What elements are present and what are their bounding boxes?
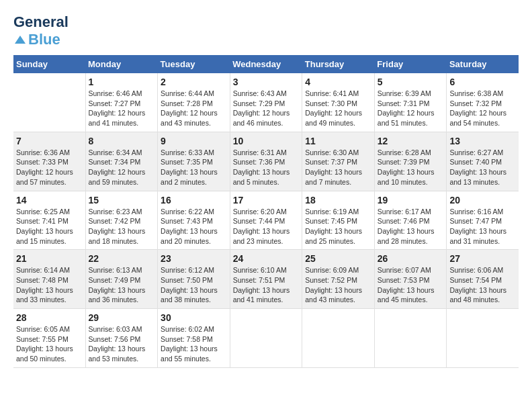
day-info: Sunrise: 6:20 AM Sunset: 7:44 PM Dayligh…: [233, 207, 300, 246]
calendar-table: SundayMondayTuesdayWednesdayThursdayFrid…: [13, 55, 519, 368]
calendar-cell: 25Sunrise: 6:09 AM Sunset: 7:52 PM Dayli…: [302, 250, 375, 309]
days-header-row: SundayMondayTuesdayWednesdayThursdayFrid…: [13, 55, 519, 73]
day-info: Sunrise: 6:07 AM Sunset: 7:53 PM Dayligh…: [378, 265, 444, 305]
day-info: Sunrise: 6:10 AM Sunset: 7:51 PM Dayligh…: [233, 265, 300, 305]
calendar-cell: 5Sunrise: 6:39 AM Sunset: 7:31 PM Daylig…: [374, 73, 447, 132]
day-number: 21: [16, 253, 83, 264]
header-monday: Monday: [85, 55, 158, 73]
week-row-3: 14Sunrise: 6:25 AM Sunset: 7:41 PM Dayli…: [13, 191, 519, 250]
day-info: Sunrise: 6:25 AM Sunset: 7:41 PM Dayligh…: [16, 207, 83, 246]
day-info: Sunrise: 6:22 AM Sunset: 7:43 PM Dayligh…: [161, 207, 227, 246]
calendar-cell: 26Sunrise: 6:07 AM Sunset: 7:53 PM Dayli…: [374, 250, 447, 309]
calendar-cell: 28Sunrise: 6:05 AM Sunset: 7:55 PM Dayli…: [13, 309, 85, 368]
day-info: Sunrise: 6:34 AM Sunset: 7:34 PM Dayligh…: [89, 148, 155, 187]
day-info: Sunrise: 6:27 AM Sunset: 7:40 PM Dayligh…: [449, 148, 516, 187]
header-wednesday: Wednesday: [230, 55, 302, 73]
day-info: Sunrise: 6:03 AM Sunset: 7:56 PM Dayligh…: [89, 324, 155, 364]
day-number: 8: [89, 136, 155, 146]
calendar-cell: 1Sunrise: 6:46 AM Sunset: 7:27 PM Daylig…: [85, 73, 158, 132]
day-number: 28: [16, 312, 83, 323]
header-sunday: Sunday: [13, 55, 85, 73]
calendar-cell: 27Sunrise: 6:06 AM Sunset: 7:54 PM Dayli…: [447, 250, 519, 309]
header-saturday: Saturday: [447, 55, 519, 73]
svg-marker-0: [15, 36, 26, 44]
calendar-cell: 16Sunrise: 6:22 AM Sunset: 7:43 PM Dayli…: [158, 191, 230, 250]
day-number: 5: [378, 77, 444, 87]
day-info: Sunrise: 6:12 AM Sunset: 7:50 PM Dayligh…: [161, 265, 227, 305]
day-number: 26: [378, 253, 444, 264]
calendar-cell: 30Sunrise: 6:02 AM Sunset: 7:58 PM Dayli…: [158, 309, 230, 368]
day-info: Sunrise: 6:33 AM Sunset: 7:35 PM Dayligh…: [161, 148, 227, 187]
day-info: Sunrise: 6:02 AM Sunset: 7:58 PM Dayligh…: [161, 324, 227, 364]
calendar-cell: 18Sunrise: 6:19 AM Sunset: 7:45 PM Dayli…: [302, 191, 375, 250]
day-number: 24: [233, 253, 300, 264]
day-info: Sunrise: 6:30 AM Sunset: 7:37 PM Dayligh…: [305, 148, 371, 187]
day-number: 27: [449, 253, 516, 264]
day-number: 6: [449, 77, 516, 87]
day-number: 19: [378, 195, 444, 205]
calendar-cell: 23Sunrise: 6:12 AM Sunset: 7:50 PM Dayli…: [158, 250, 230, 309]
week-row-5: 28Sunrise: 6:05 AM Sunset: 7:55 PM Dayli…: [13, 309, 519, 368]
header-friday: Friday: [374, 55, 447, 73]
logo: General Blue: [13, 13, 69, 48]
day-number: 14: [16, 195, 83, 205]
calendar-cell: 12Sunrise: 6:28 AM Sunset: 7:39 PM Dayli…: [374, 132, 447, 191]
day-info: Sunrise: 6:31 AM Sunset: 7:36 PM Dayligh…: [233, 148, 300, 187]
logo-general: General: [13, 13, 69, 31]
calendar-cell: 9Sunrise: 6:33 AM Sunset: 7:35 PM Daylig…: [158, 132, 230, 191]
calendar-cell: 19Sunrise: 6:17 AM Sunset: 7:46 PM Dayli…: [374, 191, 447, 250]
day-info: Sunrise: 6:05 AM Sunset: 7:55 PM Dayligh…: [16, 324, 83, 364]
day-number: 10: [233, 136, 300, 146]
day-number: 17: [233, 195, 300, 205]
week-row-2: 7Sunrise: 6:36 AM Sunset: 7:33 PM Daylig…: [13, 132, 519, 191]
day-number: 16: [161, 195, 227, 205]
day-number: 23: [161, 253, 227, 264]
calendar-cell: [374, 309, 447, 368]
day-info: Sunrise: 6:16 AM Sunset: 7:47 PM Dayligh…: [449, 207, 516, 246]
day-number: 12: [378, 136, 444, 146]
day-number: 11: [305, 136, 371, 146]
header-thursday: Thursday: [302, 55, 375, 73]
week-row-1: 1Sunrise: 6:46 AM Sunset: 7:27 PM Daylig…: [13, 73, 519, 132]
calendar-cell: 29Sunrise: 6:03 AM Sunset: 7:56 PM Dayli…: [85, 309, 158, 368]
calendar-cell: 3Sunrise: 6:43 AM Sunset: 7:29 PM Daylig…: [230, 73, 302, 132]
day-number: 3: [233, 77, 300, 87]
day-info: Sunrise: 6:13 AM Sunset: 7:49 PM Dayligh…: [89, 265, 155, 305]
calendar-cell: 21Sunrise: 6:14 AM Sunset: 7:48 PM Dayli…: [13, 250, 85, 309]
calendar-cell: 2Sunrise: 6:44 AM Sunset: 7:28 PM Daylig…: [158, 73, 230, 132]
day-number: 18: [305, 195, 371, 205]
calendar-cell: [302, 309, 375, 368]
calendar-cell: 7Sunrise: 6:36 AM Sunset: 7:33 PM Daylig…: [13, 132, 85, 191]
logo-blue: Blue: [28, 31, 60, 48]
day-info: Sunrise: 6:36 AM Sunset: 7:33 PM Dayligh…: [16, 148, 83, 187]
calendar-cell: 15Sunrise: 6:23 AM Sunset: 7:42 PM Dayli…: [85, 191, 158, 250]
header-tuesday: Tuesday: [158, 55, 230, 73]
logo-icon: [13, 34, 27, 45]
calendar-cell: 13Sunrise: 6:27 AM Sunset: 7:40 PM Dayli…: [447, 132, 519, 191]
day-number: 22: [89, 253, 155, 264]
day-number: 20: [449, 195, 516, 205]
day-number: 25: [305, 253, 371, 264]
calendar-cell: 10Sunrise: 6:31 AM Sunset: 7:36 PM Dayli…: [230, 132, 302, 191]
page-header: General Blue: [13, 13, 519, 48]
day-number: 15: [89, 195, 155, 205]
calendar-cell: 14Sunrise: 6:25 AM Sunset: 7:41 PM Dayli…: [13, 191, 85, 250]
calendar-cell: 20Sunrise: 6:16 AM Sunset: 7:47 PM Dayli…: [447, 191, 519, 250]
day-number: 7: [16, 136, 83, 146]
week-row-4: 21Sunrise: 6:14 AM Sunset: 7:48 PM Dayli…: [13, 250, 519, 309]
day-info: Sunrise: 6:19 AM Sunset: 7:45 PM Dayligh…: [305, 207, 371, 246]
day-info: Sunrise: 6:38 AM Sunset: 7:32 PM Dayligh…: [449, 89, 516, 128]
day-info: Sunrise: 6:14 AM Sunset: 7:48 PM Dayligh…: [16, 265, 83, 305]
day-number: 30: [161, 312, 227, 323]
calendar-cell: [447, 309, 519, 368]
day-info: Sunrise: 6:39 AM Sunset: 7:31 PM Dayligh…: [378, 89, 444, 128]
day-number: 4: [305, 77, 371, 87]
day-info: Sunrise: 6:23 AM Sunset: 7:42 PM Dayligh…: [89, 207, 155, 246]
day-number: 2: [161, 77, 227, 87]
day-number: 1: [89, 77, 155, 87]
calendar-cell: [230, 309, 302, 368]
day-info: Sunrise: 6:41 AM Sunset: 7:30 PM Dayligh…: [305, 89, 371, 128]
day-info: Sunrise: 6:46 AM Sunset: 7:27 PM Dayligh…: [89, 89, 155, 128]
day-info: Sunrise: 6:09 AM Sunset: 7:52 PM Dayligh…: [305, 265, 371, 305]
day-info: Sunrise: 6:17 AM Sunset: 7:46 PM Dayligh…: [378, 207, 444, 246]
